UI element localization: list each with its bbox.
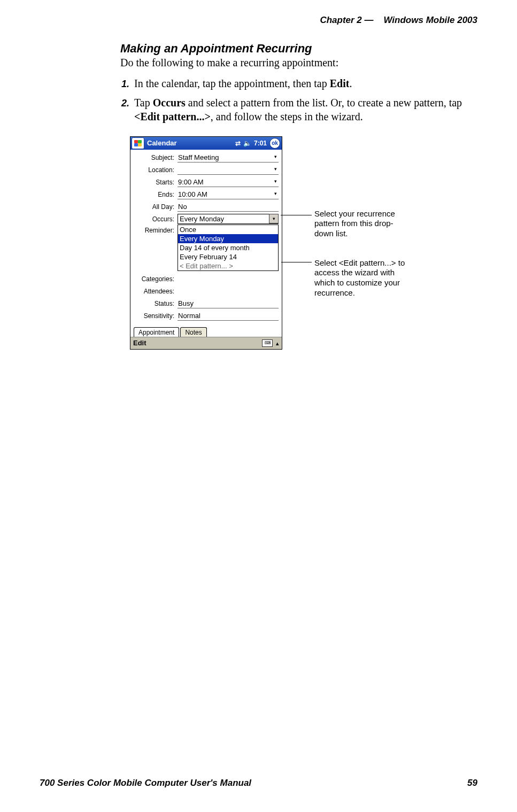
location-row: Location: ▾ [134, 165, 279, 175]
subject-label: Subject: [134, 154, 178, 161]
sip-up-icon[interactable] [276, 339, 279, 347]
tab-appointment[interactable]: Appointment [134, 327, 179, 337]
attendees-field[interactable] [178, 287, 279, 296]
ok-button[interactable]: ok [269, 138, 280, 149]
subject-field[interactable]: Staff Meeting ▾ [178, 153, 279, 163]
main-content: Making an Appointment Recurring Do the f… [120, 42, 480, 350]
subject-row: Subject: Staff Meeting ▾ [134, 153, 279, 163]
figure-area: Calendar 7:01 ok Subject: Staff Meeting … [130, 136, 480, 350]
step-2: Tap Occurs and select a pattern from the… [132, 96, 480, 123]
keyboard-icon[interactable]: ⌨ [262, 339, 273, 347]
connectivity-icon[interactable] [235, 140, 241, 147]
section-heading: Making an Appointment Recurring [120, 42, 480, 56]
occurs-row: Occurs: Every Monday ▾ [134, 214, 279, 224]
device-screenshot: Calendar 7:01 ok Subject: Staff Meeting … [130, 136, 282, 350]
form-area: Subject: Staff Meeting ▾ Location: ▾ Sta… [130, 150, 282, 321]
attendees-label: Attendees: [134, 288, 178, 295]
dropdown-option-every-monday[interactable]: Every Monday [178, 234, 278, 243]
annotation-line-1 [281, 215, 312, 215]
page-footer: 700 Series Color Mobile Computer User's … [40, 778, 477, 788]
edit-menu[interactable]: Edit [133, 339, 146, 347]
allday-field[interactable]: No [178, 202, 279, 212]
chevron-down-icon[interactable]: ▾ [272, 166, 279, 173]
occurs-label: Occurs: [134, 215, 178, 223]
product-name: Windows Mobile 2003 [383, 15, 477, 25]
allday-label: All Day: [134, 203, 178, 211]
chevron-down-icon[interactable]: ▾ [272, 178, 279, 185]
status-row: Status: Busy [134, 299, 279, 308]
dropdown-option-once[interactable]: Once [178, 225, 278, 234]
annotation-line-2 [281, 262, 312, 262]
chevron-down-icon[interactable]: ▾ [272, 190, 279, 197]
sensitivity-label: Sensitivity: [134, 312, 178, 320]
tab-bar: Appointment Notes [133, 327, 280, 337]
ends-row: Ends: 10:00 AM ▾ [134, 190, 279, 199]
location-label: Location: [134, 166, 178, 174]
device-titlebar: Calendar 7:01 ok [130, 137, 282, 150]
reminder-label: Reminder: [134, 227, 178, 234]
tab-notes[interactable]: Notes [180, 327, 206, 337]
ends-label: Ends: [134, 191, 178, 198]
system-tray: 7:01 ok [235, 138, 280, 149]
clock[interactable]: 7:01 [254, 140, 267, 147]
lead-paragraph: Do the following to make a recurring app… [120, 56, 480, 70]
header-dash: — [365, 15, 374, 25]
dropdown-option-every-feb-14[interactable]: Every February 14 [178, 252, 278, 261]
attendees-row: Attendees: [134, 287, 279, 296]
start-button[interactable] [132, 137, 144, 149]
chapter-label: Chapter 2 [320, 15, 361, 25]
starts-label: Starts: [134, 179, 178, 186]
after-dropdown: Categories: Attendees: Status: Busy [134, 274, 279, 321]
sensitivity-row: Sensitivity: Normal [134, 311, 279, 321]
windows-flag-icon [134, 140, 142, 146]
chevron-down-icon[interactable]: ▾ [272, 153, 279, 160]
page-header: Chapter 2 — Windows Mobile 2003 [320, 15, 477, 26]
dropdown-option-day-14[interactable]: Day 14 of every month [178, 243, 278, 252]
status-label: Status: [134, 300, 178, 307]
categories-field[interactable] [178, 274, 279, 283]
steps-list: In the calendar, tap the appointment, th… [120, 76, 480, 123]
starts-field[interactable]: 9:00 AM ▾ [178, 177, 279, 187]
step-1: In the calendar, tap the appointment, th… [132, 76, 480, 90]
status-field[interactable]: Busy [178, 299, 279, 308]
annotation-1: Select your recurrence pattern from this… [314, 209, 411, 239]
allday-row: All Day: No [134, 202, 279, 212]
annotation-2: Select <Edit pattern...> to access the w… [314, 258, 411, 298]
chevron-down-icon[interactable]: ▾ [269, 214, 279, 223]
sensitivity-field[interactable]: Normal [178, 311, 279, 321]
dropdown-option-edit-pattern[interactable]: < Edit pattern... > [178, 261, 278, 270]
page-number: 59 [467, 778, 477, 788]
starts-row: Starts: 9:00 AM ▾ [134, 177, 279, 187]
location-field[interactable]: ▾ [178, 165, 279, 175]
bottom-bar: Edit ⌨ [130, 337, 282, 349]
categories-row: Categories: [134, 274, 279, 284]
occurs-dropdown-list[interactable]: Once Every Monday Day 14 of every month … [178, 225, 279, 271]
manual-title: 700 Series Color Mobile Computer User's … [40, 778, 251, 788]
volume-icon[interactable] [243, 140, 251, 147]
app-name: Calendar [147, 139, 235, 147]
ends-field[interactable]: 10:00 AM ▾ [178, 190, 279, 199]
occurs-field[interactable]: Every Monday ▾ [178, 214, 279, 224]
categories-label: Categories: [134, 275, 178, 283]
